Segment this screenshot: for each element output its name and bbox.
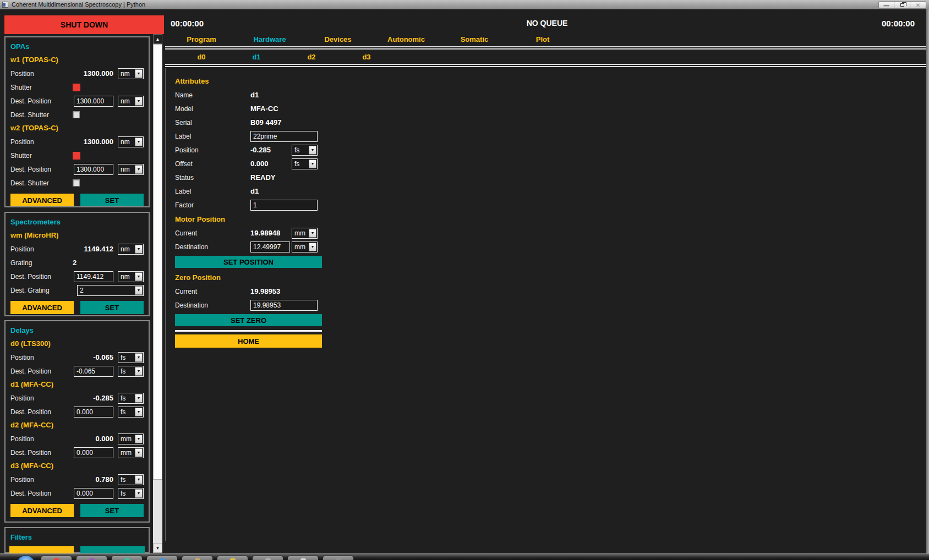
d2-dest-position-row: Dest. Position mm▼ [10,446,144,459]
w1-dest-position-input[interactable] [74,96,113,107]
d2-dest-unit-dropdown[interactable]: mm▼ [118,447,144,458]
tab-autonomic[interactable]: Autonomic [372,34,440,46]
d1-dest-unit-dropdown[interactable]: fs▼ [118,407,144,418]
runtime-timer: 00:00:00 [882,19,915,28]
start-button-icon[interactable] [17,555,35,560]
tab-program[interactable]: Program [167,34,236,46]
w2-position-unit-dropdown[interactable]: nm▼ [118,136,144,147]
w1-dest-shutter-checkbox[interactable] [73,111,80,118]
group-title-w1: w1 (TOPAS-C) [10,53,144,67]
subtab-d3[interactable]: d3 [339,52,394,64]
field-label: Name [175,91,250,99]
taskbar-button[interactable] [76,556,107,560]
taskbar-button[interactable] [287,556,319,560]
w2-dest-position-input[interactable] [74,164,113,175]
d0-dest-position-input[interactable] [74,366,113,377]
taskbar-button[interactable] [182,556,213,560]
minimize-button[interactable]: — [878,1,894,9]
shut-down-button[interactable]: SHUT DOWN [4,15,164,34]
name-value: d1 [250,91,259,99]
w2-dest-position-row: Dest. Position nm▼ [10,162,144,176]
maximize-button[interactable] [894,1,910,9]
motor-destination-unit-dropdown[interactable]: mm▼ [292,241,318,252]
d1-dest-position-input[interactable] [74,407,113,418]
subtab-d1[interactable]: d1 [229,52,284,64]
group-title-d2: d2 (MFA-CC) [10,419,144,432]
scrollbar-thumb[interactable] [153,44,162,480]
close-button[interactable]: ✕ [910,1,926,9]
taskbar-button[interactable] [323,556,354,560]
field-label: Factor [175,201,250,209]
label-input[interactable] [250,131,318,142]
w2-dest-unit-dropdown[interactable]: nm▼ [118,164,144,175]
field-label: Destination [175,301,250,309]
d2-dest-position-input[interactable] [74,447,113,458]
w1-dest-position-row: Dest. Position nm▼ [10,94,144,108]
position-row: Position -0.285 fs▼ [175,143,322,157]
main-area: Program Hardware Devices Autonomic Somat… [165,34,929,553]
subtab-separator [165,64,929,67]
spectrometers-set-button[interactable]: SET [80,301,144,314]
taskbar-button[interactable] [111,556,143,560]
chevron-down-icon: ▼ [135,245,143,254]
wm-dest-unit-dropdown[interactable]: nm▼ [118,271,144,282]
set-zero-button[interactable]: SET ZERO [175,314,322,326]
wm-dest-grating-dropdown[interactable]: 2▼ [77,285,144,296]
w1-position-unit-dropdown[interactable]: nm▼ [118,68,144,79]
motor-current-unit-dropdown[interactable]: mm▼ [292,228,318,239]
tab-hardware[interactable]: Hardware [236,34,304,46]
zero-destination-input[interactable] [250,300,318,311]
chevron-down-icon: ▼ [309,243,316,251]
offset-row: Offset 0.000 fs▼ [175,157,322,171]
d1-dest-position-row: Dest. Position fs▼ [10,405,144,419]
restore-icon [900,3,904,7]
queue-status: NO QUEUE [165,19,929,28]
taskbar-button[interactable] [146,556,178,560]
tab-devices[interactable]: Devices [304,34,372,46]
subtab-d0[interactable]: d0 [174,52,229,64]
w1-dest-unit-dropdown[interactable]: nm▼ [118,96,144,107]
field-label: Destination [175,243,250,251]
scroll-up-icon[interactable]: ▲ [153,34,162,44]
taskbar-button[interactable] [217,556,248,560]
wm-dest-position-input[interactable] [74,271,113,282]
chevron-down-icon: ▼ [135,69,143,78]
position-unit-dropdown[interactable]: fs▼ [292,145,318,156]
unit-value: fs [292,145,308,155]
d2-position-unit-dropdown[interactable]: mm▼ [118,433,144,444]
w2-dest-shutter-checkbox[interactable] [73,179,80,186]
d3-dest-position-input[interactable] [74,488,113,499]
grating-value: 2 [78,286,134,295]
field-label: Position [10,354,73,361]
d3-position-unit-dropdown[interactable]: fs▼ [118,474,144,485]
spectrometers-advanced-button[interactable]: ADVANCED [10,301,74,314]
opas-set-button[interactable]: SET [80,194,144,207]
factor-input[interactable] [250,200,318,211]
scroll-down-icon[interactable]: ▼ [153,543,162,553]
w1-dest-shutter-row: Dest. Shutter [10,108,144,122]
delays-set-button[interactable]: SET [80,504,144,517]
group-title-w2: w2 (TOPAS-C) [10,122,144,135]
d1-position-unit-dropdown[interactable]: fs▼ [118,393,144,404]
group-title-d1: d1 (MFA-CC) [10,378,144,391]
d0-dest-unit-dropdown[interactable]: fs▼ [118,366,144,377]
wm-position-unit-dropdown[interactable]: nm▼ [118,244,144,255]
taskbar-button[interactable] [41,556,72,560]
delays-advanced-button[interactable]: ADVANCED [10,504,74,517]
sidebar-scrollbar[interactable]: ▲ ▼ [153,34,162,553]
home-button[interactable]: HOME [175,334,322,348]
tab-plot[interactable]: Plot [509,34,577,46]
motor-destination-input[interactable] [250,241,290,252]
opas-advanced-button[interactable]: ADVANCED [10,194,74,207]
set-position-button[interactable]: SET POSITION [175,256,322,268]
taskbar[interactable] [0,553,929,560]
taskbar-button[interactable] [252,556,283,560]
d3-dest-unit-dropdown[interactable]: fs▼ [118,488,144,499]
offset-unit-dropdown[interactable]: fs▼ [292,158,318,169]
tab-somatic[interactable]: Somatic [440,34,509,46]
label2-row: Label d1 [175,184,322,198]
status-row: Status READY [175,171,322,184]
d0-position-unit-dropdown[interactable]: fs▼ [118,352,144,363]
subtab-d2[interactable]: d2 [284,52,339,64]
unit-value: nm [118,244,134,254]
